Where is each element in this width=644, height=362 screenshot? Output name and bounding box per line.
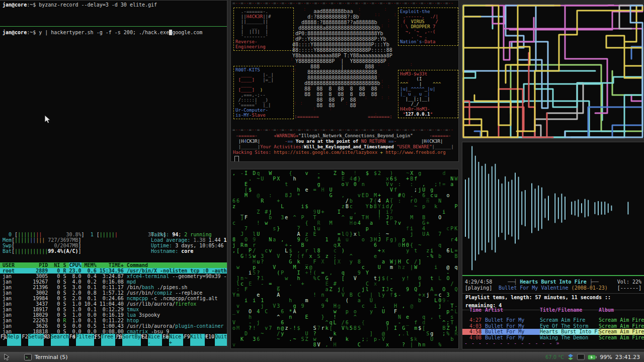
htop-summary: Tasks: 94; 2 runningLoad average: 1.38 1…: [151, 232, 227, 254]
svg-text:>_: >_: [26, 355, 30, 359]
banner-box-rootkits: R00T-KITS ____ |-_| [____] |=_| ____ [__…: [233, 66, 294, 119]
col-time[interactable]: Time: [462, 307, 481, 313]
terminal-icon[interactable]: >_: [24, 354, 32, 360]
battery-percent: 99%: [600, 354, 612, 360]
banner-warning-text: -======- +WARNING+"Illegal_Network_Conne…: [233, 133, 454, 155]
audio-visualizer: [462, 142, 643, 275]
matrix-rain: , -I Dq W { v - Z b ! $ $2 ) ~X g d . ~U…: [232, 170, 459, 347]
fkey-filter[interactable]: F4Filter: [69, 334, 94, 346]
playlist-row[interactable]: 4:03Bullet For MyEye Of The StormScream …: [462, 323, 644, 329]
terminal-window[interactable]: jan@core:~$ byzanz-record --delay=3 -d 3…: [0, 0, 227, 347]
process-row[interactable]: jan 3002 0 S 2.0 0.8 1:57.12 /usr/bin/co…: [0, 290, 227, 296]
process-row[interactable]: jan 3626 0 S 0.0 0.5 1:00.43 /usr/lib/au…: [0, 323, 227, 329]
fkey-tree[interactable]: F5Tree: [94, 334, 115, 346]
banner-connector-left: :========: [294, 114, 319, 119]
col-album[interactable]: Album: [599, 307, 644, 313]
playlist: 4:27Bullet For MyScream Aim FireScream A…: [462, 317, 644, 340]
banner-top-border: =--=--=--=--=--=--=--=--=--=--=--=--=--=…: [232, 1, 453, 6]
show-desktop-icon[interactable]: [3, 353, 11, 361]
playlist-row[interactable]: 4:27Bullet For MyScream Aim FireScream A…: [462, 317, 644, 323]
fkey-nice[interactable]: F8Nice +: [162, 334, 183, 346]
fkey-search[interactable]: F3Search: [44, 334, 69, 346]
fkey-setup[interactable]: F2Setup: [21, 334, 43, 346]
display-icon[interactable]: [577, 354, 585, 360]
banner-separator: =--=--=--=--=--=--=--=--=--=--=--=--=--=…: [232, 128, 453, 132]
network-icon[interactable]: [567, 353, 574, 360]
pipes-window[interactable]: [462, 4, 644, 139]
process-row[interactable]: jan 3005 0 S 8.0 0.4 3:24.87 xfce4-termi…: [0, 274, 227, 279]
pipes-art: [462, 5, 643, 138]
playlist-row[interactable]: 4:58Bullet For MyHearts Burst Into FireS…: [462, 329, 644, 335]
fkey-quit[interactable]: F10Quit: [205, 334, 227, 346]
process-row[interactable]: jan 19267 0 S 4.0 0.2 0:16.08 mpd: [0, 279, 227, 285]
htop-function-keys: F1HelpF2SetupF3SearchF4FilterF5TreeF6Sor…: [0, 334, 227, 346]
taskbar: >_ Terminal (5) 67.0 °C 99% 23:41.23: [0, 352, 644, 362]
process-row[interactable]: jan 18917 0 S 1.0 0.1 0:12.29 tmux: [0, 307, 227, 312]
process-row[interactable]: root 2889 0 R 23.0 0.6 15:34.96 /usr/bin…: [0, 268, 227, 274]
playlist-header: Time Artist Title/Filename Album: [462, 307, 644, 313]
fkey-nice[interactable]: F7Nice -: [141, 334, 162, 346]
volume-label: Vol: 22%: [617, 279, 641, 285]
fkey-sortby[interactable]: F6SortBy: [115, 334, 140, 346]
process-row[interactable]: jan 19984 0 S 2.0 0.1 0:24.66 ncmpcpp -c…: [0, 296, 227, 301]
process-row[interactable]: jan 18029 0 S 1.0 0.0 0:16.19 lua 3spook…: [0, 312, 227, 318]
process-row[interactable]: jan 21396 0 S 3.0 0.1 0:11.17 /bin/bash …: [0, 285, 227, 290]
htop-process-list: root 2889 0 R 23.0 0.6 15:34.96 /usr/bin…: [0, 268, 227, 340]
desktop: jan@core:~$ byzanz-record --delay=3 -d 3…: [0, 0, 644, 362]
fkey-kill[interactable]: F9Kill: [183, 334, 204, 346]
fkey-help[interactable]: F1Help: [0, 334, 21, 346]
banner-box-hacker: .-======-. ||H4CK3R||# ||______|| | __ |…: [233, 8, 294, 51]
hacker-banner-window[interactable]: =--=--=--=--=--=--=--=--=--=--=--=--=--=…: [230, 0, 459, 162]
skull-ascii-art: aad8888888baa d:?8888888888?:8b d8888:?8…: [292, 9, 392, 108]
battery-icon[interactable]: [588, 354, 597, 360]
col-title[interactable]: Title/Filename: [540, 307, 599, 313]
song-progress-bar[interactable]: [462, 275, 644, 276]
htop-table-header[interactable]: USER PID NI S CPU% MEM% TIME+ Command: [0, 262, 227, 268]
tmux-pane-divider: [0, 26, 227, 27]
terminal-command-1: jan@core:~$ byzanz-record --delay=3 -d 3…: [3, 2, 157, 8]
htop-meters: 0 [|||||||| 30.8%] 1 [|||||| 30.2%]Mem[|…: [3, 232, 166, 254]
playlist-row[interactable]: 4:08Bullet For MyWaking The DemonScream …: [462, 335, 644, 341]
taskbar-window-button[interactable]: Terminal (5): [35, 354, 68, 360]
clock[interactable]: 23:41.23: [615, 354, 640, 360]
terminal-command-2: jan@core:~$ y | hackertyper.sh -g -f -s …: [3, 29, 202, 36]
process-row[interactable]: jan 3437 0 S 1.0 10.4 11:04.40 /usr/lib/…: [0, 301, 227, 307]
cmatrix-window[interactable]: , -I Dq W { v - Z b ! $ $2 ) ~X g d . ~U…: [230, 169, 459, 349]
banner-cursor: [234, 156, 239, 162]
col-artist[interactable]: Artist: [481, 307, 540, 313]
cpu-temperature: 67.0 °C: [545, 354, 564, 360]
playlist-progress-dashes: - - - - - - - - - - - - - »: [464, 340, 560, 346]
banner-connector-right: ========:: [368, 114, 392, 119]
music-player-window[interactable]: 4:29/4:58 ──┤ Hearts Burst Into Fire ├──…: [462, 142, 644, 349]
mouse-cursor: [44, 115, 51, 124]
volume-bar: [------]: [617, 285, 641, 291]
process-row[interactable]: jan 22263 0 R 1.0 0.1 0:11.22 htop: [0, 318, 227, 323]
